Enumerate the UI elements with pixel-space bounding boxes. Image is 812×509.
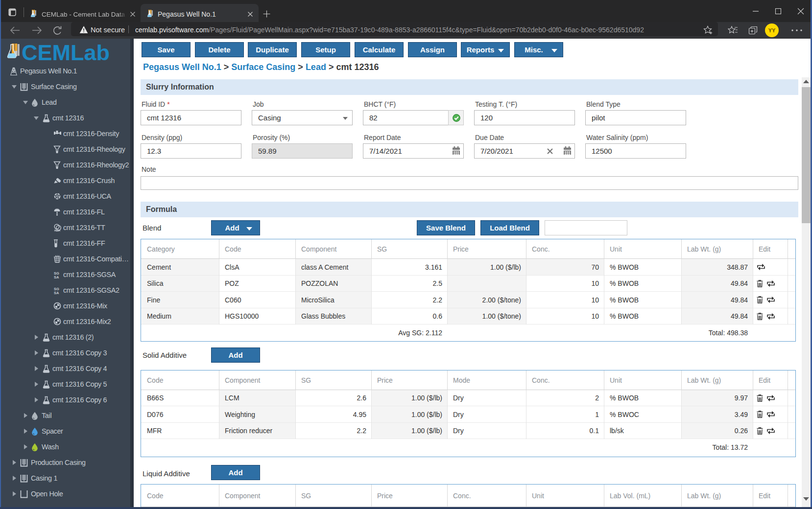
svg-text:SA: SA	[54, 291, 59, 295]
svg-text:SA: SA	[54, 275, 59, 279]
